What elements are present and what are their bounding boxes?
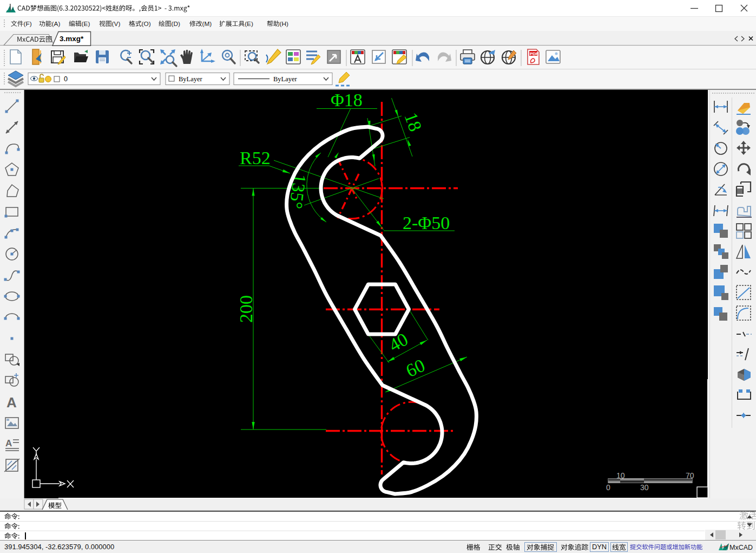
svg-text:(O): (O) — [142, 20, 151, 28]
svg-text:(E): (E) — [245, 20, 253, 28]
svg-text:MxCAD: MxCAD — [729, 544, 753, 551]
svg-text:(M): (M) — [202, 20, 212, 28]
svg-text:30: 30 — [640, 483, 649, 492]
svg-text:60: 60 — [403, 355, 428, 381]
svg-text:A: A — [6, 394, 17, 411]
svg-text:(V): (V) — [112, 20, 121, 28]
svg-text:(F): (F) — [24, 20, 32, 28]
svg-text:(H): (H) — [280, 20, 288, 28]
svg-text:391.945304, -32.623579, 0.00: 391.945304, -32.623579, 0.000000 — [4, 543, 114, 551]
svg-text:DYN: DYN — [592, 543, 607, 551]
svg-text:0: 0 — [64, 75, 68, 83]
svg-text:A: A — [5, 438, 12, 448]
svg-text:18: 18 — [400, 110, 425, 134]
svg-text:(D): (D) — [172, 20, 180, 28]
svg-text:2-Φ50: 2-Φ50 — [403, 213, 450, 233]
svg-text:R52: R52 — [240, 148, 271, 168]
svg-text:ByLayer: ByLayer — [179, 75, 203, 83]
svg-text:3.mxg*: 3.mxg* — [60, 35, 84, 43]
svg-text:(A): (A) — [52, 20, 61, 28]
svg-text:PDF: PDF — [530, 51, 538, 56]
svg-text:0: 0 — [606, 483, 610, 492]
svg-text:Φ18: Φ18 — [331, 90, 363, 110]
svg-text:ByLayer: ByLayer — [273, 75, 298, 83]
svg-text:200: 200 — [236, 295, 256, 323]
svg-text:(E): (E) — [82, 20, 90, 28]
